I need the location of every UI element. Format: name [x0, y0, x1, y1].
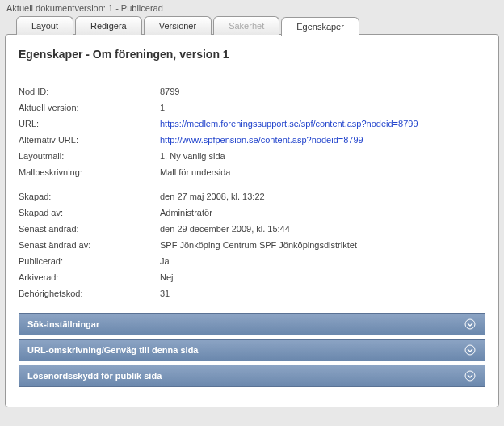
tab-egenskaper[interactable]: Egenskaper [281, 17, 359, 36]
svg-point-2 [465, 371, 475, 381]
mallbeskrivning-value: Mall för undersida [160, 164, 485, 180]
accordion-losenordsskydd[interactable]: Lösenordsskydd för publik sida [19, 365, 485, 387]
behorighetskod-label: Behörighetskod: [19, 285, 160, 302]
publicerad-value: Ja [160, 253, 485, 269]
chevron-down-icon [464, 369, 477, 382]
layoutmall-label: Layoutmall: [19, 148, 160, 164]
senast-andrad-label: Senast ändrad: [19, 221, 160, 237]
accordion-sok-installningar[interactable]: Sök-inställningar [19, 313, 485, 335]
arkiverad-value: Nej [160, 269, 485, 285]
alturl-link[interactable]: http://www.spfpension.se/content.asp?nod… [160, 135, 363, 145]
skapadav-value: Administratör [160, 205, 485, 221]
senast-andrad-av-value: SPF Jönköping Centrum SPF Jönköpingsdist… [160, 237, 485, 253]
tab-sakerhet: Säkerhet [213, 16, 279, 35]
tab-strip: Layout Redigera Versioner Säkerhet Egens… [0, 16, 504, 35]
layoutmall-value: 1. Ny vanlig sida [160, 148, 485, 164]
behorighetskod-value: 31 [160, 285, 485, 302]
nodid-label: Nod ID: [19, 83, 160, 99]
accordion-url-omskrivning[interactable]: URL-omskrivning/Genväg till denna sida [19, 339, 485, 361]
skapadav-label: Skapad av: [19, 205, 160, 221]
accordion-label: Sök-inställningar [27, 319, 99, 329]
properties-table: Nod ID: 8799 Aktuell version: 1 URL: htt… [19, 83, 485, 302]
svg-point-1 [465, 345, 475, 355]
mallbeskrivning-label: Mallbeskrivning: [19, 164, 160, 180]
nodid-value: 8799 [160, 83, 485, 99]
document-version-status: Aktuell dokumentversion: 1 - Publicerad [0, 0, 504, 16]
page-title: Egenskaper - Om föreningen, version 1 [19, 48, 485, 61]
properties-panel: Egenskaper - Om föreningen, version 1 No… [5, 34, 499, 407]
url-label: URL: [19, 116, 160, 132]
tab-versioner[interactable]: Versioner [144, 16, 212, 35]
url-link[interactable]: https://medlem.foreningssupport.se/spf/c… [160, 119, 418, 129]
skapad-value: den 27 maj 2008, kl. 13:22 [160, 188, 485, 205]
publicerad-label: Publicerad: [19, 253, 160, 269]
aktuell-version-label: Aktuell version: [19, 99, 160, 116]
svg-point-0 [465, 319, 475, 329]
accordion-label: Lösenordsskydd för publik sida [27, 371, 162, 381]
tab-redigera[interactable]: Redigera [75, 16, 142, 35]
tab-layout[interactable]: Layout [16, 16, 74, 35]
accordion-label: URL-omskrivning/Genväg till denna sida [27, 345, 198, 355]
chevron-down-icon [464, 318, 477, 331]
skapad-label: Skapad: [19, 188, 160, 205]
senast-andrad-av-label: Senast ändrad av: [19, 237, 160, 253]
alturl-label: Alternativ URL: [19, 132, 160, 148]
senast-andrad-value: den 29 december 2009, kl. 15:44 [160, 221, 485, 237]
chevron-down-icon [464, 344, 477, 356]
aktuell-version-value: 1 [160, 99, 485, 116]
arkiverad-label: Arkiverad: [19, 269, 160, 285]
accordion-group: Sök-inställningar URL-omskrivning/Genväg… [19, 313, 485, 387]
